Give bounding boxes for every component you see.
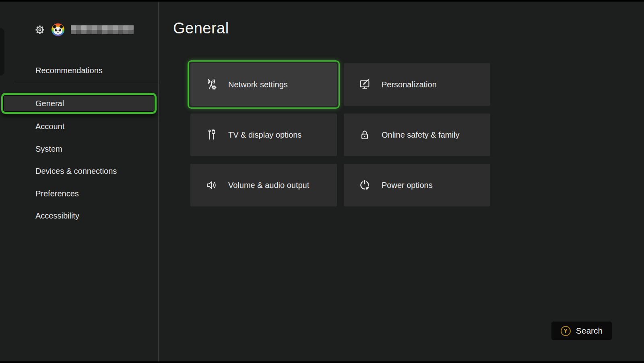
page-title: General [173,19,229,38]
sidebar-item-label: Devices & connections [35,167,117,176]
sidebar: Recommendations General Account System D… [0,2,158,361]
profile-row[interactable] [34,22,134,38]
xbox-settings-screen: Recommendations General Account System D… [0,0,644,363]
y-button-letter: Y [564,328,568,334]
search-button-label: Search [576,326,603,336]
monitor-paintbrush-icon [358,78,371,91]
gear-icon[interactable] [34,24,46,36]
tile-label: Online safety & family [382,130,459,140]
tile-label: Personalization [382,80,437,89]
sidebar-divider [14,83,158,83]
tile-tv-display-options[interactable]: TV & display options [190,113,337,156]
sidebar-item-preferences[interactable]: Preferences [0,183,158,204]
power-leaf-icon [358,179,371,192]
tile-online-safety-family[interactable]: Online safety & family [344,113,490,156]
network-antenna-gear-icon [205,78,218,91]
recommendations-label[interactable]: Recommendations [35,66,103,75]
speaker-icon [205,179,218,192]
sidebar-item-system[interactable]: System [0,138,158,159]
sidebar-main-divider [158,2,159,361]
sidebar-item-label: System [35,144,62,154]
sidebar-item-label: Accessibility [35,211,79,221]
tile-volume-audio-output[interactable]: Volume & audio output [190,164,337,206]
tile-label: Volume & audio output [228,181,309,190]
tile-label: TV & display options [228,130,301,140]
search-button[interactable]: Y Search [551,322,612,340]
sidebar-item-general[interactable]: General [1,93,157,114]
tile-label: Power options [382,181,433,190]
sidebar-item-label: Account [35,122,64,131]
tile-label: Network settings [228,80,288,89]
tile-power-options[interactable]: Power options [344,164,490,206]
sidebar-item-label: Preferences [35,189,79,198]
y-controller-button-icon: Y [561,326,571,336]
lock-icon [358,128,371,141]
tile-personalization[interactable]: Personalization [344,63,490,106]
sidebar-item-accessibility[interactable]: Accessibility [0,205,158,226]
obscured-username [71,25,134,34]
cables-icon [205,128,218,141]
bottom-letterbox-bar [0,361,644,363]
tile-network-settings[interactable]: Network settings [190,63,337,106]
sidebar-item-account[interactable]: Account [0,116,158,137]
sidebar-item-devices-connections[interactable]: Devices & connections [0,161,158,182]
edge-peek-shape [0,28,4,76]
panda-avatar [52,23,64,36]
sidebar-item-label: General [35,99,64,108]
